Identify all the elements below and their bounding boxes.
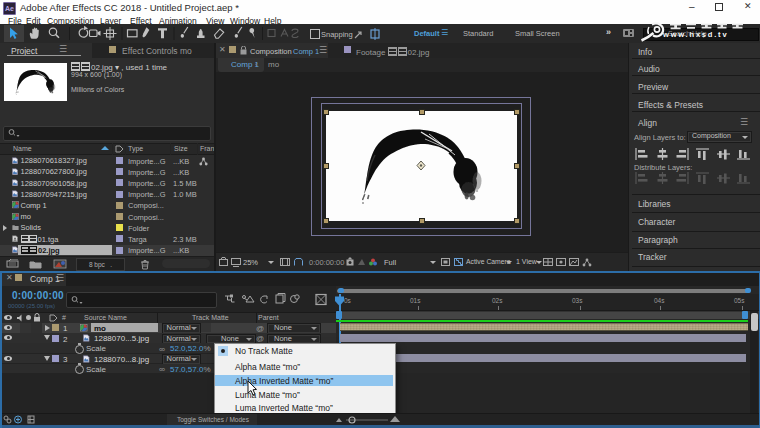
- svg-text:www.hxsd.tv: www.hxsd.tv: [662, 30, 728, 39]
